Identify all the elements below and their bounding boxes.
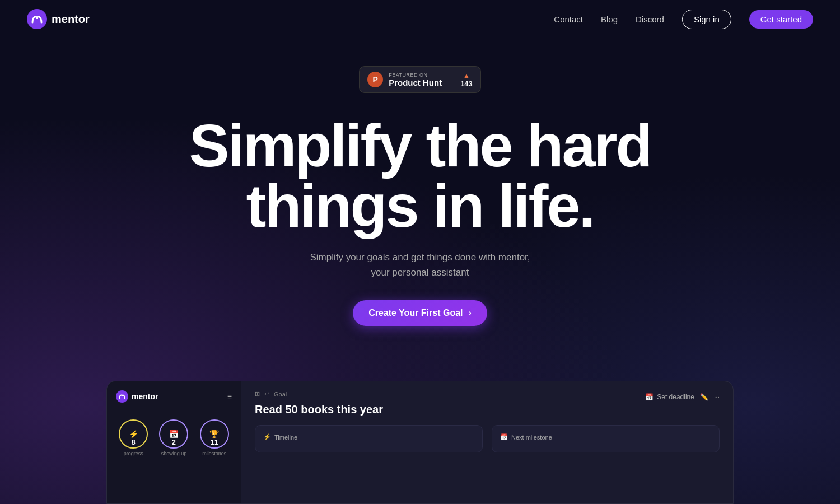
stat-showing-label: showing up (161, 451, 187, 456)
product-hunt-name: Product Hunt (389, 78, 442, 87)
sidebar-logo-text: mentor (132, 392, 158, 401)
nav-contact[interactable]: Contact (554, 15, 583, 24)
stat-showing-up: 📅 2 showing up (159, 419, 188, 456)
app-header-row: ⊞ ↩ Goal 📅 Set deadline ✏️ ··· (255, 390, 720, 403)
stat-milestones-icon: 🏆 (209, 430, 219, 438)
app-goal-title: Read 50 books this year (255, 403, 720, 416)
sidebar-stats: ⚡ 8 progress 📅 2 showing up 🏆 11 milesto… (116, 419, 232, 456)
timeline-label: Timeline (274, 434, 297, 441)
ph-vote-count: 143 (460, 80, 473, 88)
more-options-icon[interactable]: ··· (714, 393, 720, 401)
stat-showing-value: 2 (172, 438, 176, 446)
stat-showing-circle: 📅 2 (159, 419, 188, 449)
hero-title: Simplify the hard things in life. (189, 115, 651, 236)
sidebar-logo-icon (116, 390, 128, 403)
stat-showing-icon: 📅 (169, 430, 179, 438)
nav-blog[interactable]: Blog (601, 15, 618, 24)
hero-subtitle-line1: Simplify your goals and get things done … (310, 252, 530, 263)
stat-milestones: 🏆 11 milestones (200, 419, 229, 456)
stat-progress-circle: ⚡ 8 (119, 419, 148, 449)
app-sidebar: mentor ≡ ⚡ 8 progress 📅 2 showing up (107, 381, 241, 503)
product-hunt-logo: P (367, 72, 383, 87)
app-breadcrumb: ⊞ ↩ Goal (255, 390, 287, 398)
stat-milestones-circle: 🏆 11 (200, 419, 229, 449)
product-hunt-badge[interactable]: P FEATURED ON Product Hunt ▲ 143 (359, 66, 481, 93)
edit-icon[interactable]: ✏️ (700, 393, 708, 401)
hero-subtitle-line2: your personal assistant (371, 267, 469, 278)
app-preview: mentor ≡ ⚡ 8 progress 📅 2 showing up (106, 381, 734, 504)
sidebar-menu-icon[interactable]: ≡ (227, 392, 232, 401)
hero-title-line1: Simplify the hard (189, 111, 651, 179)
milestone-card: 📅 Next milestone (492, 425, 720, 452)
breadcrumb-label: Goal (274, 391, 287, 398)
stat-progress-label: progress (124, 451, 143, 456)
timeline-card-header: ⚡ Timeline (263, 433, 474, 441)
nav-logo[interactable]: mentor (27, 9, 90, 29)
milestone-card-header: 📅 Next milestone (500, 433, 711, 441)
stat-milestones-value: 11 (211, 438, 218, 446)
featured-on-label: FEATURED ON (389, 72, 442, 78)
milestone-label: Next milestone (511, 434, 552, 441)
timeline-card: ⚡ Timeline (255, 425, 483, 452)
logo-text: mentor (52, 13, 90, 26)
set-deadline-label: Set deadline (657, 393, 694, 401)
cta-button[interactable]: Create Your First Goal › (353, 300, 487, 326)
stat-milestones-label: milestones (202, 451, 226, 456)
set-deadline-button[interactable]: 📅 Set deadline (645, 393, 694, 401)
cta-arrow-icon: › (469, 308, 472, 318)
sidebar-header: mentor ≡ (116, 390, 232, 403)
milestone-icon: 📅 (500, 433, 508, 441)
logo-icon (27, 9, 47, 29)
hero-subtitle: Simplify your goals and get things done … (310, 250, 530, 280)
timeline-icon: ⚡ (263, 433, 271, 441)
breadcrumb-arrow-icon: ↩ (264, 390, 269, 398)
ph-arrow-icon: ▲ (463, 72, 470, 80)
stat-progress-icon: ⚡ (129, 430, 138, 438)
signin-button[interactable]: Sign in (682, 10, 731, 29)
nav-discord[interactable]: Discord (636, 15, 664, 24)
nav-links: Contact Blog Discord Sign in Get started (554, 10, 813, 29)
app-main-content: ⊞ ↩ Goal 📅 Set deadline ✏️ ··· Read 50 b… (241, 381, 733, 503)
sidebar-logo: mentor (116, 390, 158, 403)
stat-progress-value: 8 (132, 438, 136, 446)
app-actions: 📅 Set deadline ✏️ ··· (645, 393, 720, 401)
app-cards: ⚡ Timeline 📅 Next milestone (255, 425, 720, 452)
getstarted-button[interactable]: Get started (749, 10, 813, 29)
navbar: mentor Contact Blog Discord Sign in Get … (0, 0, 840, 38)
calendar-icon: 📅 (645, 393, 654, 401)
ph-divider (451, 71, 451, 88)
hero-title-line2: things in life. (246, 172, 594, 240)
stat-progress: ⚡ 8 progress (119, 419, 148, 456)
main-content: P FEATURED ON Product Hunt ▲ 143 Simplif… (0, 38, 840, 326)
ph-votes: ▲ 143 (460, 72, 473, 88)
product-hunt-text: FEATURED ON Product Hunt (389, 72, 442, 87)
cta-label: Create Your First Goal (368, 308, 463, 318)
breadcrumb-grid-icon: ⊞ (255, 390, 260, 398)
